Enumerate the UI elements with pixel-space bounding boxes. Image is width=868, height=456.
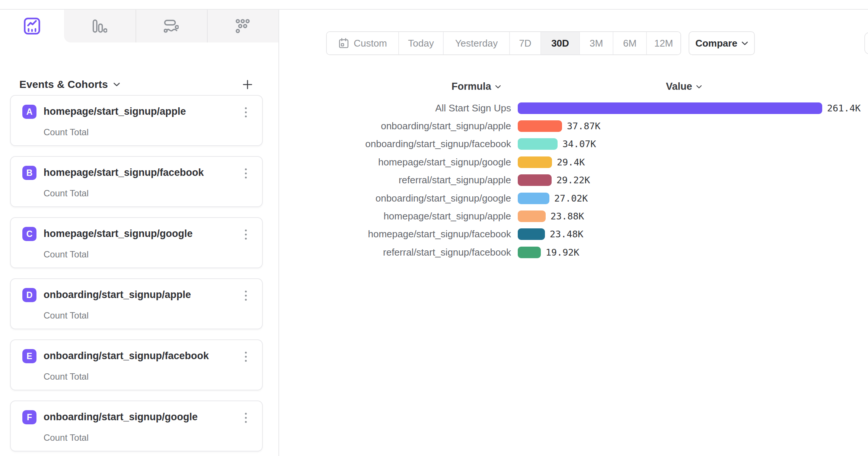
- line-chart-icon: [23, 17, 41, 35]
- kebab-menu-button[interactable]: [238, 164, 253, 182]
- date-range-option-30d[interactable]: 30D: [541, 32, 580, 54]
- kebab-menu-button[interactable]: [238, 348, 253, 365]
- chart-row: referral/start_signup/facebook 19.92K: [346, 243, 861, 261]
- date-range-option-label: 6M: [623, 38, 636, 49]
- chart-bar[interactable]: [518, 210, 546, 222]
- event-card[interactable]: D onboarding/start_signup/apple Count To…: [10, 278, 263, 329]
- date-range-option-6m[interactable]: 6M: [613, 32, 647, 54]
- chart-row-value: 23.88K: [551, 211, 584, 222]
- date-range-option-custom[interactable]: Custom: [327, 32, 399, 54]
- add-event-button[interactable]: [239, 76, 256, 93]
- chart-row: homepage/start_signup/facebook 23.48K: [346, 225, 861, 243]
- value-column-header[interactable]: Value: [666, 81, 702, 92]
- horizontal-bar-chart: All Start Sign Ups 261.4K onboarding/sta…: [346, 99, 861, 262]
- event-name: homepage/start_signup/google: [44, 228, 193, 240]
- compare-label: Compare: [695, 38, 737, 49]
- event-card[interactable]: A homepage/start_signup/apple Count Tota…: [10, 95, 263, 146]
- chart-row: onboarding/start_signup/google 27.02K: [346, 189, 861, 207]
- date-range-option-12m[interactable]: 12M: [647, 32, 680, 54]
- chart-row: homepage/start_signup/apple 23.88K: [346, 207, 861, 225]
- event-metric: Count Total: [44, 127, 89, 137]
- events-cohorts-title: Events & Cohorts: [19, 79, 108, 91]
- event-letter-badge: C: [22, 227, 36, 241]
- kebab-menu-button[interactable]: [238, 225, 253, 243]
- event-name: onboarding/start_signup/google: [44, 411, 198, 423]
- events-cohorts-header[interactable]: Events & Cohorts: [19, 76, 258, 93]
- event-name: onboarding/start_signup/apple: [44, 289, 191, 301]
- chart-row-value: 37.87K: [567, 121, 600, 132]
- event-letter-badge: B: [22, 166, 36, 180]
- tab-bar-chart[interactable]: [64, 10, 135, 42]
- date-range-option-yesterday[interactable]: Yesterday: [444, 32, 510, 54]
- chevron-down-icon: [741, 41, 748, 45]
- date-range-option-today[interactable]: Today: [399, 32, 444, 54]
- clipped-edge-button[interactable]: [864, 32, 868, 54]
- chart-bar[interactable]: [518, 228, 545, 240]
- chevron-down-icon: [495, 85, 501, 89]
- date-range-option-label: Yesterday: [455, 38, 498, 49]
- event-card[interactable]: B homepage/start_signup/facebook Count T…: [10, 156, 263, 207]
- kebab-menu-button[interactable]: [238, 103, 253, 121]
- event-name: onboarding/start_signup/facebook: [44, 350, 209, 362]
- tab-flows[interactable]: [135, 10, 207, 42]
- chart-row-label: homepage/start_signup/facebook: [346, 228, 511, 240]
- formula-header-label: Formula: [451, 81, 491, 92]
- kebab-menu-button[interactable]: [238, 286, 253, 304]
- date-range-option-label: Custom: [354, 38, 387, 49]
- chart-row-label: onboarding/start_signup/google: [346, 193, 511, 204]
- event-card[interactable]: F onboarding/start_signup/google Count T…: [10, 400, 263, 452]
- chart-bar[interactable]: [518, 156, 552, 168]
- chart-row-value: 29.4K: [557, 157, 585, 168]
- event-card[interactable]: E onboarding/start_signup/facebook Count…: [10, 339, 263, 390]
- chart-row: All Start Sign Ups 261.4K: [346, 99, 861, 117]
- chart-row-label: homepage/start_signup/google: [346, 156, 511, 168]
- bar-chart-icon: [92, 19, 107, 33]
- tab-insights[interactable]: [0, 10, 64, 42]
- chart-row-label: homepage/start_signup/apple: [346, 210, 511, 222]
- kebab-menu-button[interactable]: [238, 409, 253, 427]
- formula-column-header[interactable]: Formula: [451, 81, 501, 92]
- date-range-option-label: Today: [408, 38, 434, 49]
- chart-row-value: 261.4K: [827, 103, 861, 114]
- event-metric: Count Total: [44, 188, 89, 199]
- value-header-label: Value: [666, 81, 692, 92]
- chart-row: onboarding/start_signup/apple 37.87K: [346, 117, 861, 135]
- chart-row-value: 34.07K: [562, 139, 596, 149]
- plus-icon: [242, 79, 253, 91]
- date-range-picker: Custom Today Yesterday: [326, 31, 681, 55]
- chevron-down-icon: [696, 85, 702, 89]
- event-metric: Count Total: [44, 310, 89, 321]
- event-metric: Count Total: [44, 249, 89, 260]
- query-builder-sidebar: Events & Cohorts A homepage/start_signup…: [0, 10, 279, 456]
- chart-row-label: All Start Sign Ups: [346, 102, 511, 114]
- event-letter-badge: D: [22, 288, 36, 302]
- insights-report-page: Events & Cohorts A homepage/start_signup…: [0, 0, 868, 456]
- chart-row-value: 29.22K: [556, 175, 590, 186]
- calendar-icon: [338, 38, 350, 49]
- event-card[interactable]: C homepage/start_signup/google Count Tot…: [10, 217, 263, 268]
- chart-row-label: onboarding/start_signup/apple: [346, 120, 511, 132]
- chart-row-label: referral/start_signup/facebook: [346, 247, 511, 258]
- event-name: homepage/start_signup/facebook: [44, 167, 204, 178]
- chart-row: onboarding/start_signup/facebook 34.07K: [346, 135, 861, 153]
- flow-chart-icon: [164, 19, 179, 33]
- chart-bar[interactable]: [518, 247, 541, 258]
- date-range-option-label: 7D: [519, 38, 531, 49]
- chart-bar[interactable]: [518, 193, 549, 204]
- chart-bar[interactable]: [518, 138, 558, 150]
- retention-grid-icon: [236, 19, 250, 33]
- event-letter-badge: F: [22, 410, 36, 424]
- chart-bar[interactable]: [518, 120, 562, 132]
- chart-row-value: 19.92K: [546, 247, 579, 258]
- event-metric: Count Total: [44, 433, 89, 443]
- date-range-option-7d[interactable]: 7D: [510, 32, 541, 54]
- chevron-down-icon: [113, 82, 120, 87]
- chart-bar[interactable]: [518, 174, 552, 186]
- chart-bar[interactable]: [518, 102, 822, 114]
- tab-retention[interactable]: [207, 10, 278, 42]
- compare-button[interactable]: Compare: [689, 31, 755, 55]
- chart-row: homepage/start_signup/google 29.4K: [346, 153, 861, 171]
- chart-row-value: 27.02K: [554, 193, 588, 204]
- event-letter-badge: E: [22, 349, 36, 363]
- date-range-option-3m[interactable]: 3M: [580, 32, 613, 54]
